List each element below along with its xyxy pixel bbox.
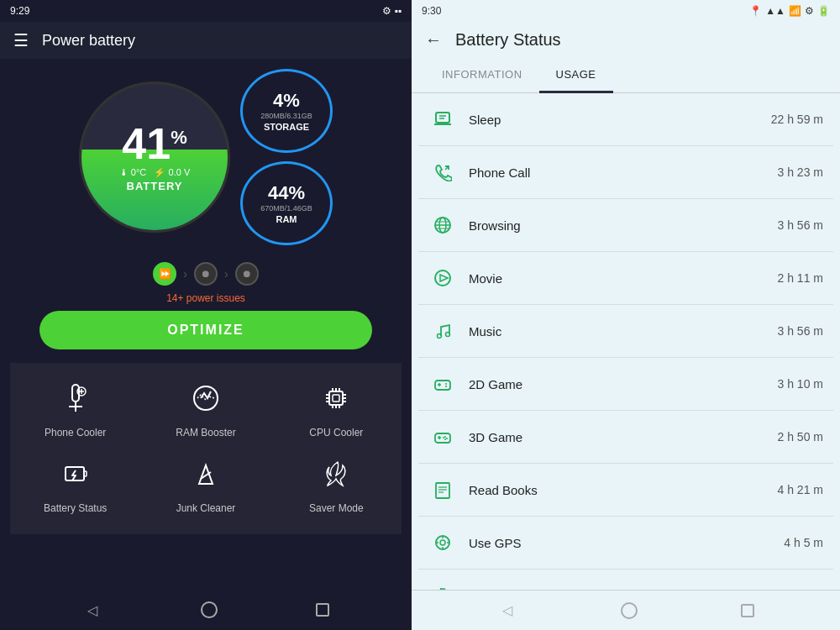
- home-button-left[interactable]: [201, 601, 218, 618]
- back-arrow-icon[interactable]: ←: [425, 30, 442, 50]
- usage-item-browsing[interactable]: Browsing 3 h 56 m: [418, 199, 833, 252]
- menu-icon[interactable]: ☰: [13, 30, 29, 50]
- side-circles: 4% 280MB/6.31GB STORAGE 44% 670MB/1.46GB…: [240, 69, 333, 245]
- storage-circle: 4% 280MB/6.31GB STORAGE: [240, 69, 333, 153]
- step-1[interactable]: ⏩: [153, 262, 176, 286]
- right-phone: 9:30 📍 ▲▲ 📶 ⚙ 🔋 ← Battery Status INFORMA…: [412, 0, 840, 630]
- svg-point-50: [440, 540, 445, 545]
- ram-used: 670MB/1.46GB: [260, 204, 312, 213]
- usage-item-use-gps[interactable]: Use GPS 4 h 5 m: [418, 517, 833, 570]
- battery-status-icon: [60, 459, 91, 496]
- use-gps-label: Use GPS: [469, 536, 784, 550]
- svg-rect-4: [333, 395, 339, 402]
- grid-item-battery-status[interactable]: Battery Status: [10, 449, 140, 524]
- grid-item-saver-mode[interactable]: Saver Mode: [271, 449, 402, 524]
- top-bar-left: ☰ Power battery: [0, 22, 412, 59]
- arrow-2: ›: [224, 267, 228, 281]
- ram-booster-label: RAM Booster: [176, 427, 235, 438]
- take-photo-icon: [428, 581, 457, 590]
- browsing-time: 3 h 56 m: [778, 218, 823, 232]
- battery-label: BATTERY: [127, 180, 183, 192]
- grid-item-phone-cooler[interactable]: Phone Cooler: [10, 373, 140, 449]
- gear-icon-right: ⚙: [805, 5, 814, 17]
- gear-icon-left: ⚙: [382, 5, 391, 17]
- left-phone: 9:29 ⚙ ▪▪ ☰ Power battery 41% 🌡 0°C ⚡ 0.…: [0, 0, 412, 630]
- phone-call-icon: [428, 158, 457, 186]
- tab-usage[interactable]: USAGE: [539, 58, 613, 93]
- cpu-cooler-label: CPU Cooler: [309, 427, 363, 438]
- ram-label: RAM: [276, 214, 297, 224]
- tab-information[interactable]: INFORMATION: [425, 58, 539, 92]
- grid-item-cpu-cooler[interactable]: CPU Cooler: [271, 373, 402, 449]
- battery-percent: 41%: [122, 122, 186, 165]
- time-right: 9:30: [422, 5, 441, 17]
- svg-rect-17: [66, 467, 84, 480]
- right-title: Battery Status: [455, 30, 561, 50]
- usage-item-movie[interactable]: Movie 2 h 11 m: [418, 252, 833, 305]
- usage-item-take-photo[interactable]: Take Photo 3 h 21 m: [418, 570, 833, 590]
- usage-item-sleep[interactable]: Sleep 22 h 59 m: [418, 93, 833, 146]
- svg-rect-45: [436, 483, 449, 498]
- 3d-game-label: 3D Game: [469, 430, 778, 444]
- tabs-row: INFORMATION USAGE: [412, 58, 840, 93]
- recents-button-left[interactable]: [316, 603, 329, 617]
- phone-call-label: Phone Call: [469, 165, 778, 180]
- usage-list: Sleep 22 h 59 m Phone Call 3 h 23 m: [412, 93, 840, 590]
- back-button-left[interactable]: ◁: [82, 600, 102, 620]
- usage-item-read-books[interactable]: Read Books 4 h 21 m: [418, 464, 833, 517]
- back-button-right[interactable]: ◁: [497, 601, 517, 621]
- read-books-icon: [428, 475, 457, 504]
- battery-section: 41% 🌡 0°C ⚡ 0.0 V BATTERY 4% 280MB/6.31G…: [79, 69, 333, 245]
- 3d-game-time: 2 h 50 m: [778, 430, 823, 444]
- use-gps-icon: [428, 528, 457, 557]
- saver-mode-label: Saver Mode: [309, 502, 364, 514]
- use-gps-time: 4 h 5 m: [784, 536, 823, 549]
- storage-percent: 4%: [273, 90, 300, 112]
- movie-label: Movie: [469, 271, 778, 286]
- phone-cooler-label: Phone Cooler: [45, 427, 106, 438]
- junk-cleaner-icon: [191, 459, 221, 496]
- ram-circle: 44% 670MB/1.46GB RAM: [240, 161, 333, 245]
- 2d-game-label: 2D Game: [469, 377, 778, 391]
- music-icon: [428, 317, 457, 345]
- step-3[interactable]: ⏺: [235, 262, 259, 286]
- 2d-game-icon: [428, 370, 457, 398]
- nav-bar-right: ◁: [412, 590, 840, 630]
- battery-info: 🌡 0°C ⚡ 0.0 V: [119, 167, 190, 178]
- ram-booster-icon: [191, 383, 221, 420]
- svg-point-42: [446, 438, 448, 439]
- svg-rect-33: [435, 381, 450, 390]
- battery-icon-right: 🔋: [817, 5, 830, 17]
- svg-rect-38: [435, 433, 450, 443]
- battery-status-label: Battery Status: [44, 502, 107, 514]
- home-button-right[interactable]: [621, 602, 638, 619]
- cpu-cooler-icon: [321, 383, 351, 420]
- usage-item-phone-call[interactable]: Phone Call 3 h 23 m: [418, 146, 833, 199]
- steps-row: ⏩ › ⏺ › ⏺: [153, 262, 258, 286]
- battery-circle: 41% 🌡 0°C ⚡ 0.0 V BATTERY: [79, 81, 230, 233]
- svg-point-31: [438, 334, 442, 339]
- grid-item-ram-booster[interactable]: RAM Booster: [140, 373, 270, 449]
- saver-mode-icon: [321, 459, 351, 496]
- recents-button-right[interactable]: [741, 604, 754, 617]
- svg-rect-18: [84, 471, 87, 476]
- music-time: 3 h 56 m: [778, 324, 823, 338]
- read-books-label: Read Books: [469, 483, 778, 497]
- time-left: 9:29: [10, 5, 29, 17]
- storage-used: 280MB/6.31GB: [260, 112, 312, 120]
- read-books-time: 4 h 21 m: [778, 483, 823, 496]
- svg-point-36: [445, 383, 447, 385]
- optimize-button[interactable]: OPTIMIZE: [39, 311, 372, 349]
- grid-item-junk-cleaner[interactable]: Junk Cleaner: [140, 449, 270, 524]
- storage-label: STORAGE: [264, 122, 309, 132]
- svg-rect-3: [329, 391, 343, 405]
- browsing-label: Browsing: [469, 218, 778, 233]
- 2d-game-time: 3 h 10 m: [778, 377, 823, 391]
- ram-percent: 44%: [268, 182, 305, 204]
- usage-item-music[interactable]: Music 3 h 56 m: [418, 305, 833, 358]
- usage-item-2d-game[interactable]: 2D Game 3 h 10 m: [418, 358, 833, 411]
- svg-point-41: [444, 436, 446, 438]
- usage-item-3d-game[interactable]: 3D Game 2 h 50 m: [418, 411, 833, 464]
- step-2[interactable]: ⏺: [194, 262, 218, 286]
- junk-cleaner-label: Junk Cleaner: [176, 502, 236, 514]
